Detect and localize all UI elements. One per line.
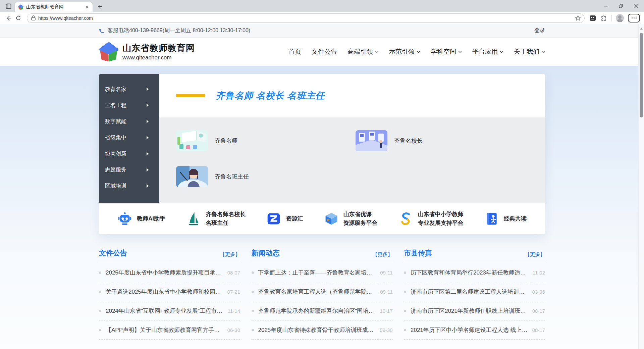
refresh-icon[interactable]	[13, 13, 23, 23]
address-bar[interactable]: https://www.qlteacher.com	[27, 13, 585, 23]
chevron-down-icon	[500, 51, 503, 53]
bullet-icon	[404, 271, 406, 274]
login-link[interactable]: 登录	[534, 27, 545, 34]
arrow-right-icon	[147, 104, 149, 107]
sidebar-item-provincial-training[interactable]: 省级集中	[99, 130, 159, 146]
browser-tab[interactable]: 山东省教师教育网	[15, 2, 93, 12]
tab-actions-menu-icon[interactable]	[3, 1, 13, 11]
quicklink-qilu-masters[interactable]: 齐鲁名师名校长名班主任	[186, 210, 246, 228]
news-item[interactable]: 下学而上达：止于至善——齐鲁教育名家培育工程人选...09-11	[252, 263, 393, 282]
profile-avatar[interactable]	[616, 14, 624, 22]
browser-tab-bar: 山东省教师教育网	[0, 0, 644, 12]
news-item[interactable]: 【APP声明】关于山东省教师教育网官方手机客户端AP...06-30	[99, 320, 240, 340]
nav-item-subject-space[interactable]: 学科空间	[431, 47, 462, 56]
bullet-icon	[99, 329, 101, 331]
sidebar-item-volunteer-service[interactable]: 志愿服务	[99, 162, 159, 178]
arrow-right-icon	[147, 184, 149, 188]
news-section-documents: 文件公告 【更多】 2025年度山东省中小学教师素质提升项目承担机构遴选...0…	[99, 248, 240, 340]
sailboat-icon	[186, 211, 201, 226]
news-section-title: 文件公告	[99, 248, 127, 258]
hero-panel: 教育名家 三名工程 数字赋能 省级集中 协同创新 志愿服务 区域培训 齐鲁名师 …	[99, 74, 545, 234]
arrow-right-icon	[147, 136, 149, 139]
news-item[interactable]: 齐鲁师范学院承办的新疆维吾尔自治区“国培计划...10-17	[252, 301, 393, 320]
banner-accent-bar	[176, 94, 205, 97]
news-item[interactable]: 2024年山东省“互联网+教师专业发展”工程市级优课...11-14	[99, 301, 240, 320]
sidebar-item-collaborative-innovation[interactable]: 协同创新	[99, 146, 159, 162]
extensions-puzzle-icon[interactable]	[601, 15, 607, 21]
nav-item-demonstration[interactable]: 示范引领	[389, 47, 420, 56]
sidebar-item-digital-enablement[interactable]: 数字赋能	[99, 113, 159, 130]
tab-close-icon[interactable]	[84, 4, 90, 10]
back-icon[interactable]	[4, 13, 13, 23]
quicklink-teacher-development-platform[interactable]: 山东省中小学教师专业发展支持平台	[398, 210, 464, 228]
course-cube-icon	[324, 211, 339, 226]
news-item[interactable]: 济南市历下区2021年新教师任职线上培训班顺利开展08-17	[404, 301, 545, 320]
sidebar-item-three-masters-project[interactable]: 三名工程	[99, 97, 159, 113]
browser-essentials-icon[interactable]	[589, 15, 596, 21]
phone-icon	[99, 28, 104, 34]
news-item[interactable]: 2025年度山东省特殊教育骨干教师培训班成功举办09-30	[252, 320, 393, 340]
news-item[interactable]: 2025年度山东省中小学教师素质提升项目承担机构遴选...08-07	[99, 263, 240, 282]
url-text[interactable]: https://www.qlteacher.com	[38, 15, 575, 21]
news-item[interactable]: 历下区教育和体育局举行2023年新任教师适应期 “贯...11-02	[404, 263, 545, 282]
robot-icon	[117, 211, 132, 226]
quicklink-resource-hub[interactable]: 资源汇	[266, 211, 303, 226]
site-logo-icon	[99, 42, 118, 61]
chevron-down-icon	[375, 51, 379, 53]
scrollbar-thumb[interactable]	[640, 33, 643, 117]
window-restore-button[interactable]	[613, 0, 629, 12]
chevron-down-icon	[541, 51, 545, 53]
quicklink-youke-platform[interactable]: 山东省优课资源服务平台	[324, 210, 378, 228]
sidebar-item-regional-training[interactable]: 区域培训	[99, 178, 159, 194]
banner-section: 齐鲁名师 名校长 名班主任	[159, 74, 545, 117]
new-tab-button[interactable]	[95, 2, 104, 11]
bullet-icon	[252, 291, 254, 293]
card-qilu-famous-head-teacher[interactable]: 齐鲁名班主任	[176, 166, 356, 187]
bullet-icon	[404, 310, 406, 312]
quick-links-bar: 齐鲁名师名校长教师AI助手 齐鲁名师名校长名班主任 资源汇 山东省优课资源服务平…	[99, 203, 545, 234]
tab-title: 山东省教师教育网	[26, 4, 84, 10]
toolbar-divider	[611, 15, 612, 21]
arrow-right-icon	[147, 120, 149, 123]
reading-book-icon	[484, 211, 499, 226]
quicklink-teacher-ai-assistant[interactable]: 齐鲁名师名校长教师AI助手	[117, 211, 165, 226]
nav-item-platform-apps[interactable]: 平台应用	[472, 47, 503, 56]
card-thumbnail	[176, 166, 208, 187]
more-link[interactable]: 【更多】	[525, 251, 545, 258]
card-thumbnail	[356, 130, 387, 151]
more-link[interactable]: 【更多】	[373, 251, 393, 258]
chevron-down-icon	[417, 51, 420, 53]
favorite-star-icon[interactable]	[575, 15, 581, 21]
window-minimize-button[interactable]	[598, 0, 613, 12]
news-item[interactable]: 济南市历下区第二届名师建设工程人选培训正式启动03-06	[404, 282, 545, 301]
bullet-icon	[252, 310, 254, 312]
sidebar-item-education-masters[interactable]: 教育名家	[99, 81, 159, 97]
news-item[interactable]: 2021年历下区中小学名师建设工程人选 线上培训班圆...08-17	[404, 320, 545, 340]
scrollbar-up-arrow-icon[interactable]	[640, 28, 643, 30]
browser-toolbar: https://www.qlteacher.com	[0, 12, 644, 24]
quicklink-classic-reading[interactable]: 经典共读	[484, 211, 527, 226]
bullet-icon	[99, 271, 101, 274]
news-section-title: 市县传真	[404, 248, 432, 258]
card-thumbnail	[176, 130, 208, 151]
main-area: 教育名家 三名工程 数字赋能 省级集中 协同创新 志愿服务 区域培训 齐鲁名师 …	[0, 66, 644, 349]
utility-bar: 客服电话400-139-9669(周一至周五 8:00-12:00 13:30-…	[0, 24, 644, 38]
nav-item-about-us[interactable]: 关于我们	[514, 47, 545, 56]
chevron-down-icon	[458, 51, 462, 53]
nav-item-announcements[interactable]: 文件公告	[312, 47, 337, 56]
lock-icon[interactable]	[31, 15, 36, 20]
news-item[interactable]: 关于遴选2025年度山东省中小学教师和校园长省级集中...07-21	[99, 282, 240, 301]
card-qilu-famous-teacher[interactable]: 齐鲁名师	[176, 130, 356, 151]
card-qilu-famous-principal[interactable]: 齐鲁名校长	[356, 130, 535, 151]
nav-item-home[interactable]: 首页	[288, 47, 301, 56]
news-section-title: 新闻动态	[252, 248, 280, 258]
bullet-icon	[99, 310, 101, 312]
window-close-button[interactable]	[629, 0, 644, 12]
news-item[interactable]: 齐鲁教育名家培育工程人选（齐鲁师范学院培养单位）...09-11	[252, 282, 393, 301]
nav-item-highend[interactable]: 高端引领	[347, 47, 379, 56]
page-scrollbar[interactable]	[638, 24, 644, 349]
settings-more-icon[interactable]	[628, 14, 640, 22]
news-section-news: 新闻动态 【更多】 下学而上达：止于至善——齐鲁教育名家培育工程人选...09-…	[252, 248, 393, 340]
more-link[interactable]: 【更多】	[220, 251, 240, 258]
site-logo[interactable]: 山东省教师教育网 www.qlteacher.com	[99, 42, 195, 61]
